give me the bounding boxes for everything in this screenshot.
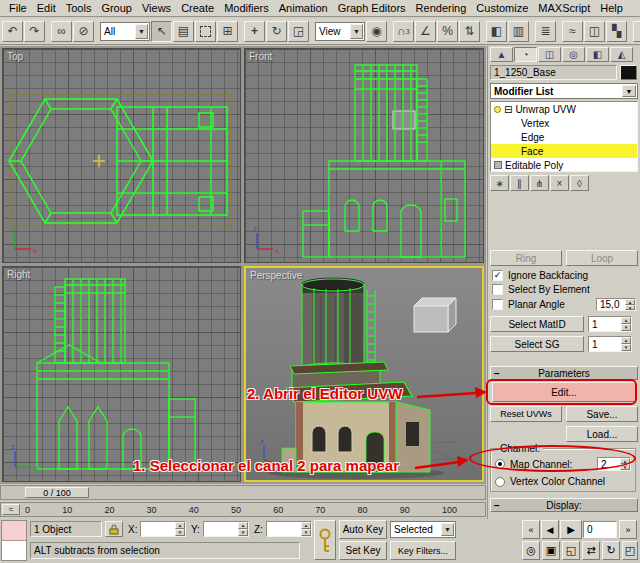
render-setup-icon[interactable]: ◕ <box>633 21 640 42</box>
display-rollout-header[interactable]: − Display: <box>490 498 638 512</box>
spinner-arrows[interactable]: ▴▾ <box>625 299 635 310</box>
parameters-rollout-header[interactable]: − Parameters <box>490 366 638 380</box>
z-coordinate-field[interactable]: ▴▾ <box>266 521 312 537</box>
object-color-swatch[interactable] <box>620 65 637 80</box>
save-uvws-button[interactable]: Save... <box>566 406 638 422</box>
spinner-arrows[interactable]: ▴▾ <box>175 522 185 536</box>
viewport-front[interactable]: Front <box>244 48 484 263</box>
listener-macro-line[interactable] <box>2 521 26 541</box>
menu-modifiers[interactable]: Modifiers <box>219 1 274 15</box>
stack-row-edge[interactable]: Edge <box>491 130 637 144</box>
go-to-end-icon[interactable]: » <box>619 520 637 539</box>
auto-key-button[interactable]: Auto Key <box>339 520 387 539</box>
listener-script-line[interactable] <box>2 541 26 561</box>
mini-curve-editor-icon[interactable]: ≈ <box>2 504 20 515</box>
select-sg-button[interactable]: Select SG <box>490 336 584 352</box>
menu-group[interactable]: Group <box>96 1 137 15</box>
selection-lock-icon[interactable] <box>105 521 123 537</box>
spinner-arrows[interactable]: ▴▾ <box>301 522 311 536</box>
tab-motion-icon[interactable]: ◎ <box>562 47 585 62</box>
layer-manager-icon[interactable]: ≣ <box>535 21 556 42</box>
menu-maxscript[interactable]: MAXScript <box>533 1 595 15</box>
zoom-region-icon[interactable]: ◱ <box>562 541 580 560</box>
reset-uvws-button[interactable]: Reset UVWs <box>490 406 562 422</box>
modifier-enabled-bulb-icon[interactable] <box>494 106 501 113</box>
loop-button[interactable]: Loop <box>566 250 638 266</box>
configure-modifier-sets-icon[interactable]: ◊ <box>570 175 589 191</box>
viewport-perspective[interactable]: Perspective <box>244 266 484 482</box>
pin-stack-icon[interactable]: ∗ <box>490 175 509 191</box>
select-rotate-icon[interactable]: ↻ <box>266 21 287 42</box>
redo-icon[interactable]: ↷ <box>24 21 45 42</box>
track-bar[interactable]: ≈ 0 10 20 30 40 50 60 70 80 90 100 <box>0 502 486 517</box>
menu-help[interactable]: Help <box>595 1 628 15</box>
stack-row-face-selected[interactable]: Face <box>491 144 637 158</box>
menu-graph-editors[interactable]: Graph Editors <box>333 1 411 15</box>
mirror-icon[interactable]: ◧ <box>486 21 507 42</box>
window-crossing-icon[interactable]: ⊞ <box>217 21 238 42</box>
tab-create-icon[interactable]: ▲ <box>490 47 513 62</box>
select-by-name-icon[interactable]: ▤ <box>173 21 194 42</box>
modifier-list-dropdown[interactable]: Modifier List ▼ <box>490 83 638 99</box>
vertex-color-radio[interactable] <box>495 477 505 487</box>
menu-views[interactable]: Views <box>137 1 176 15</box>
percent-snap-icon[interactable]: % <box>437 21 458 42</box>
key-filters-button[interactable]: Key Filters... <box>390 541 456 560</box>
make-unique-icon[interactable]: ⋔ <box>530 175 549 191</box>
selection-filter-dropdown[interactable]: All ▼ <box>100 22 150 41</box>
tab-hierarchy-icon[interactable]: ◫ <box>538 47 561 62</box>
menu-customize[interactable]: Customize <box>471 1 533 15</box>
spinner-arrows[interactable]: ▴▾ <box>621 317 631 331</box>
set-keys-icon[interactable] <box>314 520 336 560</box>
zoom-icon[interactable]: ◎ <box>522 541 540 560</box>
current-frame-field[interactable]: 0 <box>583 521 617 538</box>
menu-create[interactable]: Create <box>176 1 219 15</box>
go-to-start-icon[interactable]: « <box>522 520 540 539</box>
matid-field[interactable]: 1 ▴▾ <box>588 316 632 332</box>
show-end-result-icon[interactable]: ∥ <box>510 175 529 191</box>
arc-rotate-icon[interactable]: ↻ <box>602 541 620 560</box>
unlink-icon[interactable]: ⊘ <box>73 21 94 42</box>
angle-snap-icon[interactable]: ∠ <box>415 21 436 42</box>
snap-toggle-icon[interactable]: ∩3 <box>393 21 414 42</box>
select-matid-button[interactable]: Select MatID <box>490 316 584 332</box>
select-object-icon[interactable]: ↖ <box>151 21 172 42</box>
viewport-right[interactable]: Right <box>2 266 241 482</box>
curve-editor-icon[interactable]: ≈ <box>562 21 583 42</box>
menu-animation[interactable]: Animation <box>274 1 333 15</box>
zoom-extents-icon[interactable]: ▣ <box>542 541 560 560</box>
dropdown-arrow-icon[interactable]: ▼ <box>441 523 454 536</box>
y-coordinate-field[interactable]: ▴▾ <box>203 521 249 537</box>
spinner-snap-icon[interactable]: ⇅ <box>459 21 480 42</box>
select-by-element-checkbox[interactable] <box>492 284 503 295</box>
play-icon[interactable]: ▶ <box>560 520 582 539</box>
selection-region-icon[interactable] <box>195 21 216 42</box>
expand-icon[interactable]: ⊟ <box>504 104 512 115</box>
spinner-arrows[interactable]: ▴▾ <box>238 522 248 536</box>
tab-utilities-icon[interactable]: ◭ <box>610 47 633 62</box>
pivot-center-icon[interactable]: ◉ <box>366 21 387 42</box>
align-icon[interactable]: ▥ <box>508 21 529 42</box>
x-coordinate-field[interactable]: ▴▾ <box>140 521 186 537</box>
time-slider-track[interactable]: 0 / 100 <box>0 485 486 500</box>
menu-file[interactable]: File <box>4 1 32 15</box>
pan-icon[interactable]: ⇄ <box>582 541 600 560</box>
ring-button[interactable]: Ring <box>490 250 562 266</box>
menu-rendering[interactable]: Rendering <box>411 1 472 15</box>
undo-icon[interactable]: ↶ <box>2 21 23 42</box>
tab-display-icon[interactable]: ◧ <box>586 47 609 62</box>
set-key-button[interactable]: Set Key <box>339 541 387 560</box>
object-name-field[interactable]: 1_1250_Base <box>490 65 617 80</box>
maximize-viewport-icon[interactable]: ◰ <box>622 541 638 560</box>
reference-coordinate-dropdown[interactable]: View ▼ <box>315 22 365 41</box>
dropdown-arrow-icon[interactable]: ▼ <box>135 24 148 39</box>
menu-edit[interactable]: Edit <box>32 1 61 15</box>
time-slider-handle[interactable]: 0 / 100 <box>25 487 89 498</box>
planar-angle-checkbox[interactable] <box>492 299 503 310</box>
tab-modify-icon[interactable]: ◔ <box>514 47 537 62</box>
select-move-icon[interactable]: + <box>244 21 265 42</box>
sg-field[interactable]: 1 ▴▾ <box>588 336 632 352</box>
planar-angle-field[interactable]: 15,0 ▴▾ <box>596 298 636 311</box>
viewport-top[interactable]: Top <box>2 48 241 263</box>
dropdown-arrow-icon[interactable]: ▼ <box>622 85 636 97</box>
